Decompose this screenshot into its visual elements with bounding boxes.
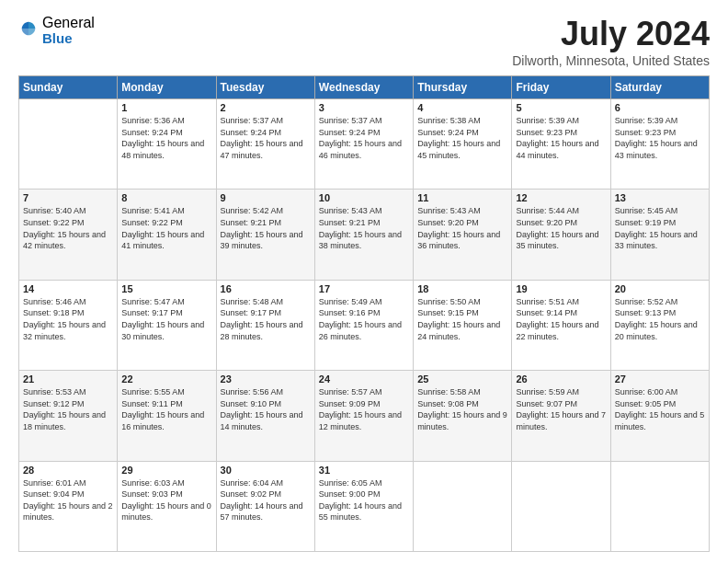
- cell-date: 28: [23, 465, 113, 476]
- cell-info: Sunrise: 6:00 AMSunset: 9:05 PMDaylight:…: [615, 386, 705, 432]
- cell-date: 14: [23, 283, 113, 294]
- calendar-cell: 24 Sunrise: 5:57 AMSunset: 9:09 PMDaylig…: [314, 371, 413, 461]
- cell-date: 9: [221, 192, 311, 203]
- title-location: Dilworth, Minnesota, United States: [512, 53, 710, 68]
- calendar-week-4: 21 Sunrise: 5:53 AMSunset: 9:12 PMDaylig…: [19, 371, 710, 461]
- cell-date: 13: [615, 192, 705, 203]
- cell-date: 20: [615, 283, 705, 294]
- cell-date: 16: [221, 283, 311, 294]
- calendar-cell: 3 Sunrise: 5:37 AMSunset: 9:24 PMDayligh…: [314, 99, 413, 190]
- calendar-week-1: 1 Sunrise: 5:36 AMSunset: 9:24 PMDayligh…: [19, 99, 710, 190]
- cell-info: Sunrise: 5:37 AMSunset: 9:24 PMDaylight:…: [319, 115, 409, 161]
- calendar-header-saturday: Saturday: [610, 76, 709, 99]
- calendar-cell: 2 Sunrise: 5:37 AMSunset: 9:24 PMDayligh…: [216, 99, 314, 190]
- cell-info: Sunrise: 5:58 AMSunset: 9:08 PMDaylight:…: [417, 386, 507, 432]
- calendar-cell: 28 Sunrise: 6:01 AMSunset: 9:04 PMDaylig…: [19, 461, 118, 551]
- calendar-cell: 29 Sunrise: 6:03 AMSunset: 9:03 PMDaylig…: [118, 461, 216, 551]
- cell-info: Sunrise: 5:51 AMSunset: 9:14 PMDaylight:…: [516, 296, 606, 342]
- calendar-week-2: 7 Sunrise: 5:40 AMSunset: 9:22 PMDayligh…: [19, 190, 710, 280]
- cell-date: 6: [615, 102, 705, 113]
- calendar-header-row: SundayMondayTuesdayWednesdayThursdayFrid…: [19, 76, 710, 99]
- calendar-cell: 31 Sunrise: 6:05 AMSunset: 9:00 PMDaylig…: [314, 461, 413, 551]
- cell-date: 29: [121, 465, 211, 476]
- logo-icon: [18, 18, 39, 39]
- calendar-cell: 15 Sunrise: 5:47 AMSunset: 9:17 PMDaylig…: [118, 280, 216, 370]
- cell-date: 25: [417, 373, 507, 385]
- cell-info: Sunrise: 5:48 AMSunset: 9:17 PMDaylight:…: [221, 296, 311, 342]
- calendar-cell: 22 Sunrise: 5:55 AMSunset: 9:11 PMDaylig…: [118, 371, 216, 461]
- calendar-cell: [610, 461, 709, 551]
- calendar-header-friday: Friday: [512, 76, 610, 99]
- cell-date: 24: [319, 373, 409, 385]
- calendar-cell: 1 Sunrise: 5:36 AMSunset: 9:24 PMDayligh…: [118, 99, 216, 190]
- cell-info: Sunrise: 5:46 AMSunset: 9:18 PMDaylight:…: [23, 296, 113, 342]
- cell-info: Sunrise: 6:04 AMSunset: 9:02 PMDaylight:…: [221, 477, 311, 523]
- cell-date: 15: [121, 283, 211, 294]
- calendar-header-tuesday: Tuesday: [216, 76, 314, 99]
- cell-date: 11: [417, 192, 507, 203]
- cell-info: Sunrise: 5:39 AMSunset: 9:23 PMDaylight:…: [615, 115, 705, 161]
- cell-info: Sunrise: 5:59 AMSunset: 9:07 PMDaylight:…: [516, 386, 606, 432]
- cell-info: Sunrise: 5:43 AMSunset: 9:20 PMDaylight:…: [417, 205, 507, 251]
- cell-info: Sunrise: 5:50 AMSunset: 9:15 PMDaylight:…: [417, 296, 507, 342]
- cell-info: Sunrise: 5:41 AMSunset: 9:22 PMDaylight:…: [121, 205, 211, 251]
- cell-info: Sunrise: 5:39 AMSunset: 9:23 PMDaylight:…: [516, 115, 606, 161]
- cell-info: Sunrise: 6:03 AMSunset: 9:03 PMDaylight:…: [121, 477, 211, 523]
- title-month: July 2024: [512, 15, 710, 53]
- calendar-cell: 5 Sunrise: 5:39 AMSunset: 9:23 PMDayligh…: [512, 99, 610, 190]
- cell-info: Sunrise: 5:57 AMSunset: 9:09 PMDaylight:…: [319, 386, 409, 432]
- cell-info: Sunrise: 5:42 AMSunset: 9:21 PMDaylight:…: [221, 205, 311, 251]
- cell-info: Sunrise: 5:38 AMSunset: 9:24 PMDaylight:…: [417, 115, 507, 161]
- cell-date: 1: [121, 102, 211, 113]
- cell-date: 12: [516, 192, 606, 203]
- cell-info: Sunrise: 5:56 AMSunset: 9:10 PMDaylight:…: [221, 386, 311, 432]
- cell-info: Sunrise: 5:43 AMSunset: 9:21 PMDaylight:…: [319, 205, 409, 251]
- cell-date: 2: [221, 102, 311, 113]
- calendar-cell: 20 Sunrise: 5:52 AMSunset: 9:13 PMDaylig…: [610, 280, 709, 370]
- calendar-cell: 18 Sunrise: 5:50 AMSunset: 9:15 PMDaylig…: [414, 280, 512, 370]
- cell-info: Sunrise: 5:44 AMSunset: 9:20 PMDaylight:…: [516, 205, 606, 251]
- calendar-header-sunday: Sunday: [19, 76, 118, 99]
- cell-date: 5: [516, 102, 606, 113]
- calendar-cell: [19, 99, 118, 190]
- cell-info: Sunrise: 6:05 AMSunset: 9:00 PMDaylight:…: [319, 477, 409, 523]
- calendar-header-thursday: Thursday: [414, 76, 512, 99]
- cell-date: 10: [319, 192, 409, 203]
- calendar-cell: 21 Sunrise: 5:53 AMSunset: 9:12 PMDaylig…: [19, 371, 118, 461]
- calendar-cell: 6 Sunrise: 5:39 AMSunset: 9:23 PMDayligh…: [610, 99, 709, 190]
- logo-text: General Blue: [42, 15, 95, 46]
- calendar-cell: 10 Sunrise: 5:43 AMSunset: 9:21 PMDaylig…: [314, 190, 413, 280]
- calendar-cell: 16 Sunrise: 5:48 AMSunset: 9:17 PMDaylig…: [216, 280, 314, 370]
- calendar-cell: 9 Sunrise: 5:42 AMSunset: 9:21 PMDayligh…: [216, 190, 314, 280]
- calendar-table: SundayMondayTuesdayWednesdayThursdayFrid…: [18, 75, 710, 552]
- calendar-cell: 7 Sunrise: 5:40 AMSunset: 9:22 PMDayligh…: [19, 190, 118, 280]
- cell-info: Sunrise: 5:53 AMSunset: 9:12 PMDaylight:…: [23, 386, 113, 432]
- cell-date: 27: [615, 373, 705, 385]
- cell-info: Sunrise: 5:49 AMSunset: 9:16 PMDaylight:…: [319, 296, 409, 342]
- calendar-cell: 4 Sunrise: 5:38 AMSunset: 9:24 PMDayligh…: [414, 99, 512, 190]
- cell-info: Sunrise: 5:37 AMSunset: 9:24 PMDaylight:…: [221, 115, 311, 161]
- cell-date: 17: [319, 283, 409, 294]
- calendar-cell: [414, 461, 512, 551]
- cell-info: Sunrise: 5:45 AMSunset: 9:19 PMDaylight:…: [615, 205, 705, 251]
- calendar-cell: 26 Sunrise: 5:59 AMSunset: 9:07 PMDaylig…: [512, 371, 610, 461]
- page: General Blue July 2024 Dilworth, Minneso…: [0, 0, 728, 563]
- cell-date: 31: [319, 465, 409, 476]
- cell-date: 21: [23, 373, 113, 385]
- cell-date: 22: [121, 373, 211, 385]
- calendar-header-wednesday: Wednesday: [314, 76, 413, 99]
- cell-date: 8: [121, 192, 211, 203]
- calendar-cell: 27 Sunrise: 6:00 AMSunset: 9:05 PMDaylig…: [610, 371, 709, 461]
- cell-info: Sunrise: 5:47 AMSunset: 9:17 PMDaylight:…: [121, 296, 211, 342]
- cell-date: 26: [516, 373, 606, 385]
- calendar-week-5: 28 Sunrise: 6:01 AMSunset: 9:04 PMDaylig…: [19, 461, 710, 551]
- calendar-cell: [512, 461, 610, 551]
- cell-date: 30: [221, 465, 311, 476]
- cell-info: Sunrise: 5:40 AMSunset: 9:22 PMDaylight:…: [23, 205, 113, 251]
- title-block: July 2024 Dilworth, Minnesota, United St…: [512, 15, 710, 68]
- cell-date: 7: [23, 192, 113, 203]
- cell-info: Sunrise: 5:52 AMSunset: 9:13 PMDaylight:…: [615, 296, 705, 342]
- calendar-cell: 30 Sunrise: 6:04 AMSunset: 9:02 PMDaylig…: [216, 461, 314, 551]
- cell-date: 18: [417, 283, 507, 294]
- cell-info: Sunrise: 6:01 AMSunset: 9:04 PMDaylight:…: [23, 477, 113, 523]
